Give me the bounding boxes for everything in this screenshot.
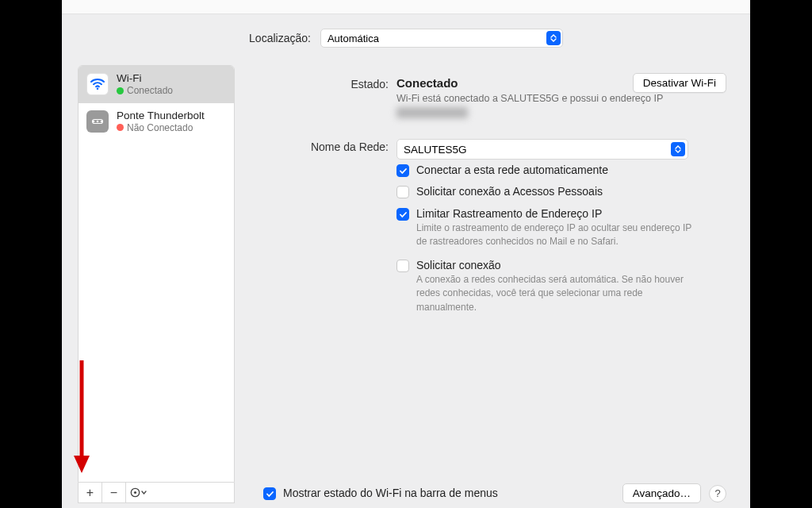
network-name-label: Nome da Rede: — [246, 139, 389, 153]
actions-icon — [130, 487, 147, 498]
location-row: Localização: Automática — [62, 14, 750, 65]
sidebar-item-wifi[interactable]: Wi-Fi Conectado — [79, 66, 234, 103]
ask-join-row: Solicitar conexão A conexão a redes conh… — [396, 254, 741, 319]
ask-join-label: Solicitar conexão — [416, 259, 702, 271]
advanced-button[interactable]: Avançado… — [622, 483, 701, 503]
show-in-menubar-row: Mostrar estado do Wi-Fi na barra de menu… — [263, 487, 498, 500]
sidebar-item-thunderbolt-bridge[interactable]: Ponte Thunderbolt Não Conectado — [79, 103, 234, 140]
location-select[interactable]: Automática — [320, 29, 563, 48]
minus-icon: − — [110, 486, 117, 500]
interface-actions-button[interactable] — [126, 483, 150, 502]
status-dot-icon — [117, 87, 124, 94]
thunderbolt-bridge-icon — [86, 110, 109, 133]
wifi-icon — [86, 73, 109, 95]
svg-point-6 — [133, 491, 136, 494]
sidebar-item-status: Conectado — [127, 85, 173, 96]
ask-join-desc: A conexão a redes conhecidas será automá… — [416, 273, 702, 314]
sidebar-item-label: Wi-Fi — [117, 72, 173, 85]
sidebar-item-label: Ponte Thunderbolt — [117, 110, 205, 122]
svg-point-0 — [97, 88, 99, 90]
help-button[interactable]: ? — [709, 485, 726, 502]
network-prefs-window: Localização: Automática — [62, 0, 750, 508]
personal-hotspot-checkbox[interactable] — [396, 186, 409, 198]
auto-connect-row: Conectar a esta rede automaticamente — [396, 160, 741, 181]
status-detail: Wi-Fi está conectado a SALUTES5G e possu… — [396, 93, 698, 104]
plus-icon: + — [86, 486, 94, 500]
chevron-updown-icon — [671, 142, 685, 156]
deactivate-wifi-button[interactable]: Desativar Wi-Fi — [633, 73, 726, 93]
personal-hotspot-row: Solicitar conexão a Acessos Pessoais — [396, 181, 741, 202]
network-name-value: SALUTES5G — [404, 144, 467, 156]
remove-interface-button[interactable]: − — [102, 483, 126, 502]
network-name-select[interactable]: SALUTES5G — [396, 139, 688, 160]
show-in-menubar-checkbox[interactable] — [263, 487, 276, 500]
window-toolbar — [62, 0, 750, 14]
add-interface-button[interactable]: + — [79, 483, 102, 502]
sidebar-footer: + − — [78, 483, 235, 503]
chevron-updown-icon — [546, 31, 561, 45]
limit-tracking-checkbox[interactable] — [396, 208, 409, 221]
status-dot-icon — [117, 124, 124, 131]
ask-join-checkbox[interactable] — [396, 260, 409, 272]
location-label: Localização: — [249, 32, 311, 44]
main-footer: Mostrar estado do Wi-Fi na barra de menu… — [246, 480, 741, 503]
svg-point-2 — [97, 121, 99, 123]
sidebar-item-status: Não Conectado — [127, 122, 193, 133]
limit-tracking-desc: Limite o rastreamento de endereço IP ao … — [416, 221, 702, 249]
limit-tracking-label: Limitar Rastreamento de Endereço IP — [416, 207, 702, 220]
redacted-ip — [396, 107, 468, 118]
interfaces-sidebar: Wi-Fi Conectado — [78, 65, 235, 483]
status-label: Estado: — [246, 76, 389, 90]
auto-connect-label: Conectar a esta rede automaticamente — [416, 164, 608, 176]
auto-connect-checkbox[interactable] — [396, 164, 409, 177]
limit-tracking-row: Limitar Rastreamento de Endereço IP Limi… — [396, 202, 741, 254]
personal-hotspot-label: Solicitar conexão a Acessos Pessoais — [416, 185, 603, 198]
location-value: Automática — [327, 33, 379, 44]
main-panel: Desativar Wi-Fi Estado: Conectado Wi-Fi … — [246, 65, 741, 503]
show-in-menubar-label: Mostrar estado do Wi-Fi na barra de menu… — [283, 487, 498, 499]
